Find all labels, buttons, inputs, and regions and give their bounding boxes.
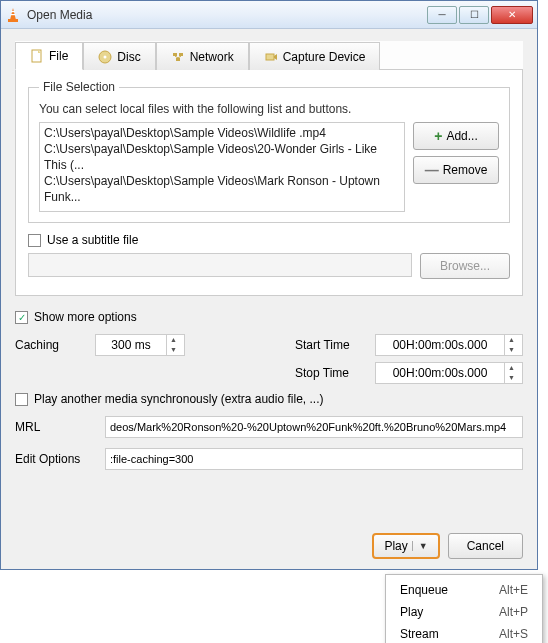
menu-item-play[interactable]: Play Alt+P: [386, 601, 542, 623]
stop-time-label: Stop Time: [295, 366, 365, 380]
mrl-input[interactable]: deos/Mark%20Ronson%20-%20Uptown%20Funk%2…: [105, 416, 523, 438]
play-split-button[interactable]: Play ▼: [372, 533, 439, 559]
menu-shortcut: Alt+S: [499, 627, 528, 641]
svg-point-7: [104, 55, 107, 58]
edit-options-label: Edit Options: [15, 452, 95, 466]
caching-input[interactable]: 300 ms ▲▼: [95, 334, 185, 356]
titlebar: Open Media ─ ☐ ✕: [1, 1, 537, 29]
svg-line-12: [178, 56, 181, 58]
caching-label: Caching: [15, 338, 95, 352]
open-media-window: Open Media ─ ☐ ✕ File Disc Network Captu…: [0, 0, 538, 570]
menu-label: Enqueue: [400, 583, 499, 597]
tab-capture[interactable]: Capture Device: [249, 42, 381, 70]
minimize-button[interactable]: ─: [427, 6, 457, 24]
menu-shortcut: Alt+P: [499, 605, 528, 619]
mrl-value: deos/Mark%20Ronson%20-%20Uptown%20Funk%2…: [110, 421, 506, 433]
spin-down-icon[interactable]: ▼: [505, 373, 518, 383]
svg-rect-10: [176, 58, 180, 61]
tab-panel-file: File Selection You can select local file…: [15, 70, 523, 296]
file-list-item[interactable]: C:\Users\payal\Desktop\Sample Videos\Wil…: [44, 125, 400, 141]
vlc-cone-icon: [5, 7, 21, 23]
svg-rect-9: [179, 53, 183, 56]
caching-value: 300 ms: [100, 338, 162, 352]
stop-time-value: 00H:00m:00s.000: [380, 366, 500, 380]
spin-up-icon[interactable]: ▲: [505, 363, 518, 373]
tab-network-label: Network: [190, 50, 234, 64]
stop-time-input[interactable]: 00H:00m:00s.000 ▲▼: [375, 362, 523, 384]
capture-icon: [264, 50, 278, 64]
file-selection-group: File Selection You can select local file…: [28, 80, 510, 223]
start-time-value: 00H:00m:00s.000: [380, 338, 500, 352]
browse-label: Browse...: [440, 259, 490, 273]
tab-capture-label: Capture Device: [283, 50, 366, 64]
mrl-label: MRL: [15, 420, 95, 434]
browse-button: Browse...: [420, 253, 510, 279]
tabs: File Disc Network Capture Device: [15, 41, 523, 70]
show-more-label: Show more options: [34, 310, 137, 324]
svg-rect-13: [266, 54, 274, 60]
tab-disc-label: Disc: [117, 50, 140, 64]
sync-label: Play another media synchronously (extra …: [34, 392, 323, 406]
cancel-label: Cancel: [467, 539, 504, 553]
menu-label: Stream: [400, 627, 499, 641]
file-selection-hint: You can select local files with the foll…: [39, 102, 499, 116]
subtitle-checkbox[interactable]: [28, 234, 41, 247]
menu-item-enqueue[interactable]: Enqueue Alt+E: [386, 579, 542, 601]
chevron-down-icon[interactable]: ▼: [412, 541, 428, 551]
svg-rect-8: [173, 53, 177, 56]
cancel-button[interactable]: Cancel: [448, 533, 523, 559]
start-time-input[interactable]: 00H:00m:00s.000 ▲▼: [375, 334, 523, 356]
edit-options-input[interactable]: :file-caching=300: [105, 448, 523, 470]
file-list-item[interactable]: C:\Users\payal\Desktop\Sample Videos\20-…: [44, 141, 400, 173]
sync-checkbox[interactable]: [15, 393, 28, 406]
disc-icon: [98, 50, 112, 64]
plus-icon: +: [434, 128, 442, 144]
spin-up-icon[interactable]: ▲: [167, 335, 180, 345]
menu-item-stream[interactable]: Stream Alt+S: [386, 623, 542, 643]
subtitle-path-input: [28, 253, 412, 277]
add-label: Add...: [446, 129, 477, 143]
svg-rect-1: [8, 19, 18, 22]
svg-line-11: [175, 56, 178, 58]
file-selection-legend: File Selection: [39, 80, 119, 94]
tab-file[interactable]: File: [15, 42, 83, 70]
maximize-button[interactable]: ☐: [459, 6, 489, 24]
network-icon: [171, 50, 185, 64]
menu-shortcut: Alt+E: [499, 583, 528, 597]
play-dropdown-menu: Enqueue Alt+E Play Alt+P Stream Alt+S Co…: [385, 574, 543, 643]
add-button[interactable]: +Add...: [413, 122, 499, 150]
menu-label: Play: [400, 605, 499, 619]
tab-file-label: File: [49, 49, 68, 63]
edit-options-value: :file-caching=300: [110, 453, 193, 465]
minus-icon: —: [425, 162, 439, 178]
spin-up-icon[interactable]: ▲: [505, 335, 518, 345]
spin-down-icon[interactable]: ▼: [505, 345, 518, 355]
subtitle-label: Use a subtitle file: [47, 233, 138, 247]
play-label: Play: [384, 539, 407, 553]
tab-disc[interactable]: Disc: [83, 42, 155, 70]
file-icon: [30, 49, 44, 63]
spin-down-icon[interactable]: ▼: [167, 345, 180, 355]
window-title: Open Media: [27, 8, 425, 22]
file-list[interactable]: C:\Users\payal\Desktop\Sample Videos\Wil…: [39, 122, 405, 212]
show-more-checkbox[interactable]: ✓: [15, 311, 28, 324]
file-list-item[interactable]: C:\Users\payal\Desktop\Sample Videos\Mar…: [44, 173, 400, 205]
tab-network[interactable]: Network: [156, 42, 249, 70]
svg-rect-2: [11, 11, 15, 12]
remove-label: Remove: [443, 163, 488, 177]
svg-rect-3: [11, 14, 16, 15]
start-time-label: Start Time: [295, 338, 365, 352]
close-button[interactable]: ✕: [491, 6, 533, 24]
remove-button[interactable]: —Remove: [413, 156, 499, 184]
